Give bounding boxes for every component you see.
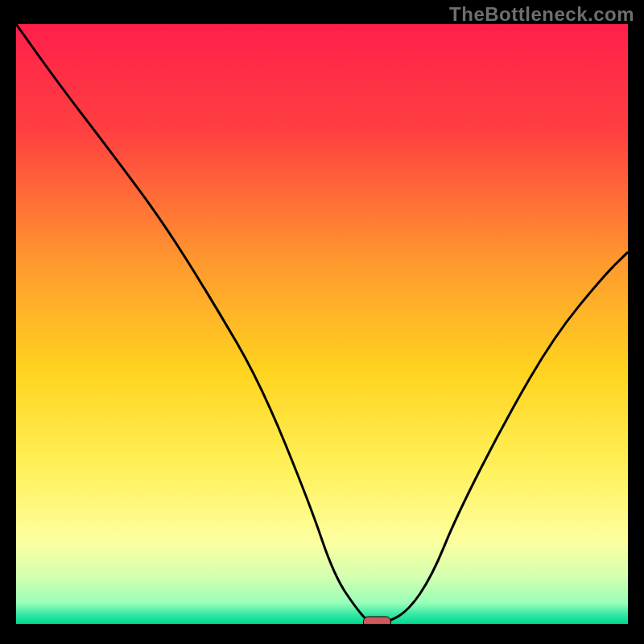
chart-svg (16, 24, 628, 624)
chart-frame: TheBottleneck.com (0, 0, 644, 644)
chart-plot-area (16, 24, 628, 624)
gradient-background (16, 24, 628, 624)
branding-watermark: TheBottleneck.com (449, 3, 634, 26)
optimal-marker (363, 617, 390, 624)
